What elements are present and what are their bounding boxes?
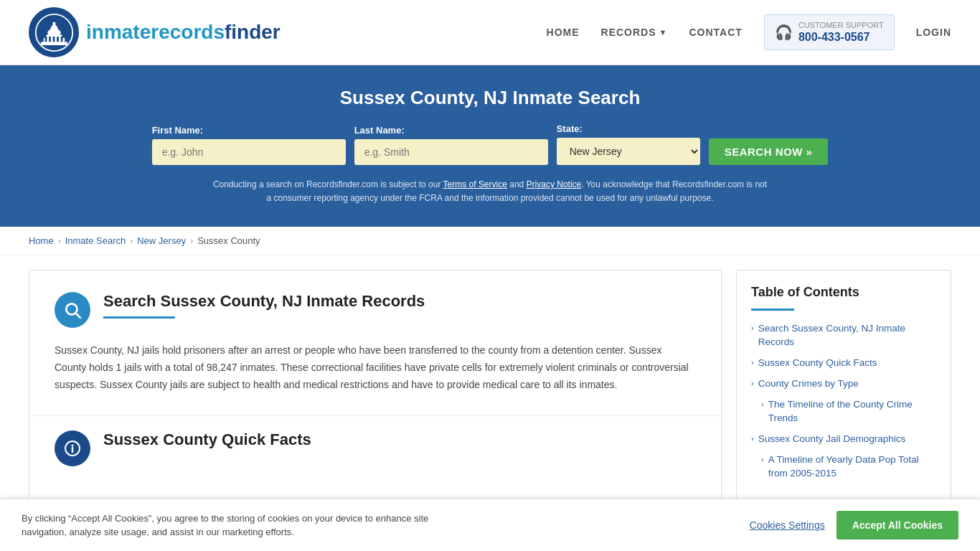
toc-item-2: › Sussex County Quick Facts [751,357,936,370]
chevron-right-icon-3: › [751,379,754,387]
support-info: CUSTOMER SUPPORT 800-433-0567 [798,21,884,43]
nav-home[interactable]: HOME [547,27,580,38]
logo-finder: finder [225,21,281,43]
toc-link-2[interactable]: Sussex County Quick Facts [758,357,877,370]
toc-item-3: › County Crimes by Type [751,377,936,391]
hero-section: Sussex County, NJ Inmate Search First Na… [0,65,980,227]
main-nav: HOME RECORDS ▼ CONTACT 🎧 CUSTOMER SUPPOR… [547,14,951,50]
logo-area: inmaterecordsfinder [29,7,281,57]
chevron-right-icon-6: › [761,455,764,463]
breadcrumb-home[interactable]: Home [29,235,54,246]
svg-rect-9 [52,37,55,42]
chevron-down-icon: ▼ [659,28,668,37]
chevron-right-icon-1: › [751,324,754,332]
first-name-group: First Name: [152,125,346,165]
section-1-header: Search Sussex County, NJ Inmate Records [55,292,696,328]
last-name-group: Last Name: [354,125,548,165]
toc-link-1[interactable]: Search Sussex County, NJ Inmate Records [758,322,936,349]
breadcrumb-new-jersey[interactable]: New Jersey [137,235,186,246]
site-header: inmaterecordsfinder HOME RECORDS ▼ CONTA… [0,0,980,65]
support-label: CUSTOMER SUPPORT [798,21,884,30]
breadcrumb-sep-2: › [130,236,133,246]
first-name-label: First Name: [152,125,204,136]
svg-rect-10 [57,37,59,42]
search-button[interactable]: SEARCH NOW » [709,138,829,165]
terms-link[interactable]: Terms of Service [443,179,507,189]
toc-link-6[interactable]: A Timeline of Yearly Data Pop Total from… [768,453,936,481]
section-1-underline [103,316,175,319]
toc-title: Table of Contents [751,285,936,300]
breadcrumb: Home › Inmate Search › New Jersey › Suss… [0,227,980,255]
state-group: State: New Jersey Alabama Alaska Arizona… [557,123,700,165]
toc-box: Table of Contents › Search Sussex County… [736,270,951,502]
breadcrumb-inmate-search[interactable]: Inmate Search [65,235,126,246]
svg-rect-8 [49,37,51,42]
toc-item-1: › Search Sussex County, NJ Inmate Record… [751,322,936,349]
toc-item-4: › The Timeline of the County Crime Trend… [761,398,936,425]
logo-text: inmaterecordsfinder [86,21,281,44]
article-section-2-partial: Sussex County Quick Facts [29,416,721,474]
svg-rect-7 [44,37,47,42]
section-2-header: Sussex County Quick Facts [55,430,696,466]
info-icon-circle [55,430,90,466]
cookie-actions: Cookies Settings Accept All Cookies [750,511,958,517]
first-name-input[interactable] [152,139,346,165]
section-1-body: Sussex County, NJ jails hold prisoners a… [55,342,696,393]
toc-list: › Search Sussex County, NJ Inmate Record… [751,322,936,480]
section-1-title-area: Search Sussex County, NJ Inmate Records [103,292,425,319]
section-1-title: Search Sussex County, NJ Inmate Records [103,292,425,311]
breadcrumb-sussex-county: Sussex County [197,235,260,246]
state-select[interactable]: New Jersey Alabama Alaska Arizona Arkans… [557,138,700,165]
breadcrumb-sep-1: › [58,236,61,246]
customer-support-box: 🎧 CUSTOMER SUPPORT 800-433-0567 [764,14,895,50]
search-icon-circle [55,292,90,328]
last-name-input[interactable] [354,139,548,165]
svg-line-13 [76,314,80,318]
sidebar: Table of Contents › Search Sussex County… [736,270,951,502]
toc-link-4[interactable]: The Timeline of the County Crime Trends [768,398,936,425]
toc-item-5: › Sussex County Jail Demographics [751,433,936,446]
chevron-right-icon-4: › [761,400,764,408]
login-button[interactable]: LOGIN [916,27,951,38]
toc-item-6: › A Timeline of Yearly Data Pop Total fr… [761,453,936,481]
page-title: Sussex County, NJ Inmate Search [29,87,951,109]
accept-cookies-button[interactable]: Accept All Cookies [837,511,958,517]
disclaimer-text: Conducting a search on Recordsfinder.com… [210,178,770,205]
state-label: State: [557,123,583,134]
chevron-right-icon-2: › [751,358,754,367]
chevron-right-icon-5: › [751,434,754,443]
section-2-title: Sussex County Quick Facts [103,430,311,449]
nav-contact[interactable]: CONTACT [689,27,742,38]
search-form: First Name: Last Name: State: New Jersey… [29,123,951,165]
toc-divider [751,309,794,311]
main-content: Search Sussex County, NJ Inmate Records … [0,255,980,517]
headset-icon: 🎧 [775,24,793,41]
cookie-banner: By clicking “Accept All Cookies”, you ag… [0,499,980,517]
last-name-label: Last Name: [354,125,405,136]
section-2-title-area: Sussex County Quick Facts [103,430,311,449]
logo-icon [29,7,79,57]
toc-link-5[interactable]: Sussex County Jail Demographics [758,433,906,446]
article-section-1: Search Sussex County, NJ Inmate Records … [29,270,721,415]
svg-rect-6 [52,22,55,28]
logo-records: records [151,21,225,43]
svg-rect-11 [60,37,62,42]
cookie-text: By clicking “Accept All Cookies”, you ag… [22,512,452,517]
logo-inmate: inmate [86,21,151,43]
article: Search Sussex County, NJ Inmate Records … [29,270,722,502]
nav-records[interactable]: RECORDS ▼ [601,27,668,38]
toc-link-3[interactable]: County Crimes by Type [758,377,859,391]
breadcrumb-sep-3: › [190,236,193,246]
privacy-link[interactable]: Privacy Notice [527,179,582,189]
support-number: 800-433-0567 [798,31,884,44]
